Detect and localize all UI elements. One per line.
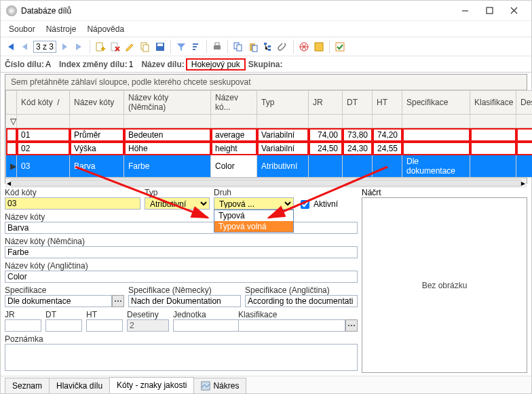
- svg-rect-13: [268, 49, 271, 51]
- des-label: Desetiny: [127, 310, 169, 319]
- tree-button[interactable]: [261, 40, 275, 54]
- menu-soubor[interactable]: Soubor: [3, 22, 41, 36]
- save-button[interactable]: [153, 40, 167, 54]
- spec-en-input[interactable]: [245, 295, 358, 307]
- col-nazev-de[interactable]: Název kóty (Němčina): [124, 91, 211, 115]
- sort-button[interactable]: [189, 40, 203, 54]
- aktivni-label: Aktivní: [314, 199, 338, 209]
- app-icon: [6, 5, 17, 16]
- grid-horizontal-scrollbar[interactable]: ◂▸: [5, 178, 527, 188]
- druh-option-selected[interactable]: Typová volná: [214, 221, 293, 232]
- sql-button[interactable]: [312, 40, 326, 54]
- spec-de-input[interactable]: [128, 295, 241, 307]
- nazev-input[interactable]: [5, 222, 358, 234]
- druh-select[interactable]: Typová ...: [214, 197, 294, 210]
- table-row[interactable]: 01PrůměrBedeutenaverageVariabilní74,0073…: [6, 128, 533, 142]
- table-row-selected[interactable]: ▶ 03BarvaFarbeColorAtributivníDle dokume…: [6, 155, 533, 178]
- last-record-button[interactable]: [73, 40, 86, 54]
- typ-select[interactable]: Atributivní: [145, 197, 210, 210]
- nazev-en-input[interactable]: [5, 271, 358, 283]
- dt-input[interactable]: [45, 319, 82, 332]
- spec-de-label: Specifikace (Německy): [128, 285, 241, 295]
- klas-browse-button[interactable]: ⋯: [345, 319, 358, 332]
- svg-rect-11: [264, 43, 267, 45]
- print-button[interactable]: [210, 40, 224, 54]
- bottom-tabs: Seznam Hlavička dílu Kóty - znaky jakost…: [1, 376, 531, 393]
- poznamka-textarea[interactable]: [5, 344, 358, 371]
- sketch-empty-text: Bez obrázku: [422, 281, 468, 290]
- svg-rect-15: [315, 43, 323, 51]
- col-spec[interactable]: Specifikace: [402, 91, 470, 115]
- spec-input[interactable]: [5, 295, 112, 307]
- nazev-de-input[interactable]: [5, 246, 358, 258]
- change-idx-value: 1: [129, 60, 134, 69]
- col-dt[interactable]: DT: [343, 91, 373, 115]
- col-typ[interactable]: Typ: [257, 91, 309, 115]
- col-ht[interactable]: HT: [373, 91, 402, 115]
- detail-form: Kód kóty Typ Atributivní Druh Typová ...…: [1, 185, 531, 376]
- prev-record-button[interactable]: [18, 40, 32, 54]
- window-title: Databáze dílů: [21, 6, 453, 16]
- add-record-button[interactable]: [94, 40, 107, 54]
- duplicate-record-button[interactable]: [138, 40, 152, 54]
- tab-seznam[interactable]: Seznam: [5, 378, 50, 393]
- delete-record-button[interactable]: [109, 40, 122, 54]
- col-kod[interactable]: Kód kóty /: [17, 91, 70, 115]
- spec-label: Specifikace: [5, 285, 124, 295]
- table-row[interactable]: 02VýškaHöheheightVariabilní24,5024,3024,…: [6, 142, 533, 155]
- language-button[interactable]: [297, 40, 311, 54]
- next-record-button[interactable]: [58, 40, 71, 54]
- group-by-bar[interactable]: Sem přetáhněte záhlaví sloupce, podle kt…: [5, 75, 527, 90]
- tab-hlavicka[interactable]: Hlavička dílu: [49, 378, 110, 393]
- paste-button[interactable]: [246, 40, 260, 54]
- col-jr[interactable]: JR: [309, 91, 343, 115]
- col-dese[interactable]: Dese: [516, 91, 533, 115]
- svg-rect-8: [237, 45, 242, 51]
- filter-icon[interactable]: ▽: [6, 115, 17, 128]
- copy-button[interactable]: [231, 40, 245, 54]
- menu-napoveda[interactable]: Nápověda: [81, 22, 130, 36]
- first-record-button[interactable]: [3, 40, 17, 54]
- jed-label: Jednotka: [173, 310, 234, 319]
- spec-en-label: Specifikace (Angličtina): [245, 285, 358, 295]
- col-klas[interactable]: Klasifikace: [470, 91, 516, 115]
- attach-button[interactable]: [276, 40, 290, 54]
- part-no-label: Číslo dílu:: [5, 60, 44, 69]
- grid-area: Sem přetáhněte záhlaví sloupce, podle kt…: [5, 74, 527, 184]
- minimize-button[interactable]: [453, 3, 477, 19]
- poznamka-label: Poznámka: [5, 334, 358, 344]
- group-label: Skupina:: [248, 60, 283, 69]
- aktivni-checkbox[interactable]: [301, 200, 309, 209]
- tab-koty[interactable]: Kóty - znaky jakosti: [109, 377, 194, 393]
- toolbar: [1, 37, 531, 56]
- tab-nakres[interactable]: Nákres: [193, 378, 246, 393]
- close-button[interactable]: [501, 3, 526, 19]
- ht-input[interactable]: [86, 319, 123, 332]
- druh-option[interactable]: Typová: [214, 210, 293, 221]
- data-grid: Kód kóty / Název kóty Název kóty (Němčin…: [5, 90, 532, 178]
- change-idx-label: Index změny dílu:: [59, 60, 128, 69]
- record-counter-input[interactable]: [33, 41, 56, 53]
- kod-label: Kód kóty: [5, 188, 140, 197]
- maximize-button[interactable]: [477, 3, 501, 19]
- col-nazev-en[interactable]: Název kó...: [211, 91, 257, 115]
- confirm-button[interactable]: [333, 40, 347, 54]
- col-nazev[interactable]: Název kóty: [70, 91, 124, 115]
- spec-browse-button[interactable]: ⋯: [112, 295, 124, 307]
- jr-label: JR: [5, 310, 41, 319]
- jr-input[interactable]: [5, 319, 41, 332]
- druh-label: Druh: [214, 188, 294, 197]
- edit-record-button[interactable]: [124, 40, 137, 54]
- menu-nastroje[interactable]: Nástroje: [41, 22, 82, 36]
- svg-rect-0: [487, 7, 493, 14]
- part-no-value: A: [45, 60, 51, 69]
- part-name-label: Název dílu:: [141, 60, 184, 69]
- kod-input[interactable]: [5, 197, 140, 210]
- des-input: [127, 319, 169, 332]
- sketch-label: Náčrt: [362, 188, 527, 197]
- druh-dropdown-list: Typová Typová volná: [214, 210, 294, 233]
- klas-input[interactable]: [238, 319, 345, 332]
- svg-rect-5: [214, 45, 221, 50]
- filter-dropdown-button[interactable]: [174, 40, 188, 54]
- sketch-panel: Bez obrázku: [362, 197, 527, 373]
